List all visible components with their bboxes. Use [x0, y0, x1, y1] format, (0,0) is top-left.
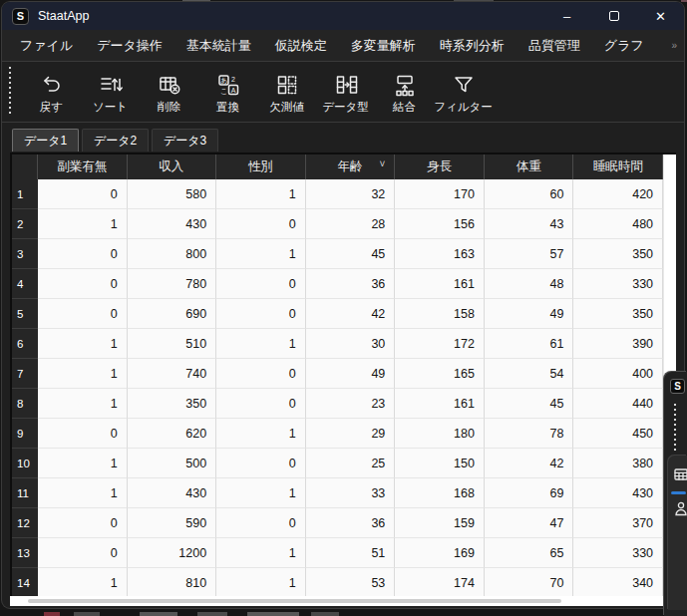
table-cell[interactable]: 330	[573, 269, 663, 299]
table-cell[interactable]: 1	[38, 209, 128, 239]
filter-button[interactable]: フィルター	[434, 69, 493, 115]
row-number[interactable]: 2	[12, 209, 38, 239]
undo-button[interactable]: 戻す	[22, 69, 81, 115]
table-cell[interactable]: 49	[485, 299, 574, 329]
column-header-fukugyou[interactable]: 副業有無	[38, 154, 128, 179]
table-row[interactable]: 12059003615947370	[12, 508, 663, 538]
menu-time-series[interactable]: 時系列分析	[440, 37, 505, 55]
table-cell[interactable]: 0	[216, 449, 306, 478]
row-number[interactable]: 4	[12, 269, 38, 299]
table-cell[interactable]: 150	[395, 449, 485, 478]
table-cell[interactable]: 350	[573, 239, 663, 269]
table-cell[interactable]: 800	[128, 239, 217, 269]
table-row[interactable]: 8135002316145440	[12, 389, 663, 419]
table-cell[interactable]: 420	[573, 179, 663, 209]
table-cell[interactable]: 33	[306, 478, 396, 508]
table-cell[interactable]: 53	[306, 568, 396, 596]
table-cell[interactable]: 450	[573, 419, 663, 449]
table-cell[interactable]: 780	[128, 269, 217, 299]
table-cell[interactable]: 54	[485, 359, 574, 389]
column-header-nenrei[interactable]: 年齢 ˅	[306, 154, 396, 179]
table-cell[interactable]: 340	[573, 568, 663, 596]
table-cell[interactable]: 370	[573, 508, 663, 538]
secondary-table-icon[interactable]	[674, 467, 687, 485]
table-cell[interactable]: 180	[395, 419, 485, 449]
row-number[interactable]: 6	[12, 329, 38, 359]
table-cell[interactable]: 690	[128, 299, 217, 329]
menu-multivariate-analysis[interactable]: 多変量解析	[351, 37, 416, 55]
table-row[interactable]: 6151013017261390	[12, 329, 663, 359]
sort-chevron-icon[interactable]: ˅	[379, 158, 385, 169]
table-cell[interactable]: 161	[395, 269, 485, 299]
table-cell[interactable]: 580	[128, 179, 217, 209]
table-cell[interactable]: 61	[485, 329, 574, 359]
menu-hypothesis-test[interactable]: 仮説検定	[275, 37, 327, 55]
tab-data1[interactable]: データ1	[12, 129, 79, 152]
table-cell[interactable]: 1200	[128, 538, 217, 568]
secondary-toolbar-drag-handle[interactable]	[673, 404, 676, 452]
table-cell[interactable]: 330	[573, 538, 663, 568]
table-cell[interactable]: 1	[216, 239, 306, 269]
table-cell[interactable]: 0	[216, 359, 306, 389]
table-cell[interactable]: 0	[216, 209, 306, 239]
table-cell[interactable]: 36	[306, 508, 396, 538]
table-cell[interactable]: 51	[306, 538, 396, 568]
table-cell[interactable]: 32	[306, 179, 396, 209]
table-cell[interactable]: 169	[395, 538, 485, 568]
row-number[interactable]: 10	[12, 449, 38, 478]
table-cell[interactable]: 65	[485, 538, 574, 568]
delete-button[interactable]: 削除	[140, 69, 198, 115]
table-row[interactable]: 5069004215849350	[12, 299, 663, 329]
table-cell[interactable]: 810	[128, 568, 217, 596]
table-cell[interactable]: 430	[128, 478, 217, 508]
table-cell[interactable]: 23	[306, 389, 396, 419]
toolbar-drag-handle[interactable]	[8, 67, 12, 117]
table-cell[interactable]: 172	[395, 329, 485, 359]
table-cell[interactable]: 1	[216, 179, 306, 209]
maximize-button[interactable]	[590, 2, 637, 30]
table-row[interactable]: 11143013316869430	[12, 478, 663, 508]
title-bar[interactable]: S StaatApp – ✕	[2, 2, 684, 30]
join-button[interactable]: 結合	[375, 69, 434, 115]
replace-button[interactable]: あ 2 こ A 置換	[198, 69, 257, 115]
row-number[interactable]: 5	[12, 299, 38, 329]
table-cell[interactable]: 590	[128, 508, 217, 538]
table-cell[interactable]: 620	[128, 419, 217, 449]
table-cell[interactable]: 49	[306, 359, 396, 389]
table-cell[interactable]: 48	[485, 269, 574, 299]
table-cell[interactable]: 1	[216, 568, 306, 596]
table-cell[interactable]: 163	[395, 239, 485, 269]
table-cell[interactable]: 1	[38, 359, 128, 389]
row-number[interactable]: 9	[12, 419, 38, 449]
table-cell[interactable]: 0	[38, 538, 128, 568]
table-cell[interactable]: 60	[485, 179, 574, 209]
table-cell[interactable]: 70	[485, 568, 574, 596]
row-number[interactable]: 13	[12, 538, 38, 568]
table-cell[interactable]: 400	[573, 359, 663, 389]
table-cell[interactable]: 0	[216, 508, 306, 538]
table-cell[interactable]: 69	[485, 478, 574, 508]
table-cell[interactable]: 0	[38, 269, 128, 299]
table-cell[interactable]: 28	[306, 209, 396, 239]
secondary-window[interactable]: S	[664, 372, 687, 616]
table-cell[interactable]: 43	[485, 209, 574, 239]
table-row[interactable]: 10150002515042380	[12, 449, 663, 478]
table-cell[interactable]: 57	[485, 239, 574, 269]
table-cell[interactable]: 1	[216, 419, 306, 449]
table-cell[interactable]: 45	[306, 239, 396, 269]
table-row[interactable]: 9062012918078450	[12, 419, 663, 449]
table-cell[interactable]: 1	[216, 329, 306, 359]
table-cell[interactable]: 1	[216, 478, 306, 508]
menu-overflow-chevron[interactable]: »	[671, 40, 677, 51]
table-cell[interactable]: 165	[395, 359, 485, 389]
table-cell[interactable]: 0	[216, 299, 306, 329]
row-number[interactable]: 1	[12, 179, 38, 209]
table-row[interactable]: 14181015317470340	[12, 568, 663, 596]
table-cell[interactable]: 350	[128, 389, 217, 419]
table-cell[interactable]: 1	[38, 478, 128, 508]
table-cell[interactable]: 0	[38, 419, 128, 449]
table-cell[interactable]: 1	[38, 329, 128, 359]
table-cell[interactable]: 1	[38, 389, 128, 419]
table-cell[interactable]: 0	[216, 389, 306, 419]
table-cell[interactable]: 1	[38, 449, 128, 478]
